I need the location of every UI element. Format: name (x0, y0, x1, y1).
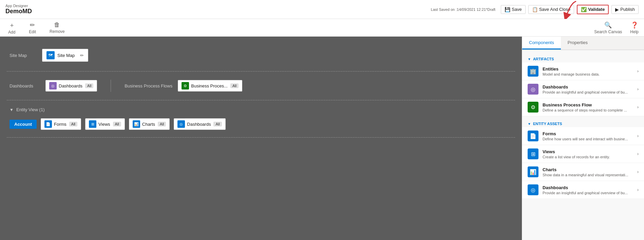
right-panel: Components Properties ▼ ARTIFACTS 🏢 Enti… (522, 37, 644, 240)
entities-text: Entities Model and manage business data. (543, 66, 633, 76)
entities-chevron: › (637, 69, 639, 74)
section-divider-2 (7, 100, 515, 100)
panel-forms-text: Forms Define how users will see and inte… (543, 131, 633, 141)
entities-icon: 🏢 (528, 66, 538, 77)
entity-assets-section: ▼ ENTITY ASSETS (522, 119, 644, 127)
help-icon: ❓ (631, 21, 638, 29)
entity-assets-collapse-icon[interactable]: ▼ (528, 122, 531, 126)
canvas-area: Site Map 🗺 Site Map ✏ Dashboards ◎ Dashb… (0, 37, 522, 240)
panel-forms-chevron: › (637, 134, 639, 138)
account-button[interactable]: Account (10, 120, 37, 129)
site-map-row: Site Map 🗺 Site Map ✏ (7, 43, 515, 67)
add-button[interactable]: ＋ Add (5, 20, 18, 36)
panel-bpf-text: Business Process Flow Define a sequence … (543, 102, 633, 112)
panel-bpf-chevron: › (637, 105, 639, 109)
charts-box[interactable]: 📊 Charts All (129, 118, 170, 130)
entity-dashboards-box[interactable]: ◎ Dashboards All (174, 118, 225, 130)
views-icon: ⊞ (89, 120, 96, 128)
save-close-button[interactable]: 📋 Save And Close (528, 5, 574, 14)
search-canvas-button[interactable]: 🔍 Search Canvas (594, 21, 622, 34)
publish-icon: ▶ (615, 7, 619, 12)
panel-views-text: Views Create a list view of records for … (543, 149, 633, 159)
main-layout: Site Map 🗺 Site Map ✏ Dashboards ◎ Dashb… (0, 37, 644, 240)
save-button[interactable]: 💾 Save (501, 5, 526, 14)
app-title: DemoMD (5, 8, 32, 15)
panel-dashboards-text: Dashboards Provide an insightful and gra… (543, 84, 633, 94)
views-box[interactable]: ⊞ Views All (85, 118, 125, 130)
panel-bpf-item[interactable]: ⚙ Business Process Flow Define a sequenc… (522, 98, 644, 116)
site-map-icon: 🗺 (46, 51, 55, 59)
panel-dashboards-icon: ◎ (528, 84, 538, 95)
last-saved-text: Last Saved on :14/09/2021 12:21*Draft (431, 7, 495, 12)
tab-properties[interactable]: Properties (561, 37, 594, 49)
section-divider-3 (7, 137, 515, 138)
dashboards-all-badge: All (85, 83, 93, 88)
views-all-badge: All (113, 122, 121, 126)
validate-button[interactable]: ✅ Validate (577, 5, 609, 14)
section-divider-1 (7, 71, 515, 72)
dashboards-row: Dashboards ◎ Dashboards All Business Pro… (7, 76, 515, 96)
dashboards-icon: ◎ (49, 82, 57, 89)
search-icon: 🔍 (604, 21, 612, 29)
panel-asset-dashboards-icon: ◎ (528, 184, 538, 195)
bpf-icon: ⚙ (182, 82, 189, 89)
publish-button[interactable]: ▶ Publish (611, 5, 639, 14)
edit-icon: ✏ (30, 21, 35, 29)
dashboards-label: Dashboards (10, 83, 40, 88)
forms-box[interactable]: 📄 Forms All (41, 118, 81, 130)
app-designer-label: App Designer (5, 4, 32, 8)
validate-icon: ✅ (581, 7, 587, 12)
panel-forms-item[interactable]: 📄 Forms Define how users will see and in… (522, 127, 644, 145)
panel-charts-item[interactable]: 📊 Charts Show data in a meaningful and v… (522, 163, 644, 181)
charts-all-badge: All (158, 122, 166, 126)
panel-charts-icon: 📊 (528, 166, 538, 177)
top-header: App Designer DemoMD Last Saved on :14/09… (0, 0, 644, 19)
collapse-icon[interactable]: ▼ (10, 107, 14, 112)
entity-row: Account 📄 Forms All ⊞ Views All 📊 Charts (7, 115, 515, 133)
entities-item[interactable]: 🏢 Entities Model and manage business dat… (522, 62, 644, 80)
artifacts-section: ▼ ARTIFACTS (522, 54, 644, 62)
bpf-section-label: Business Process Flows (125, 83, 172, 88)
remove-icon: 🗑 (54, 21, 60, 28)
site-map-edit-icon[interactable]: ✏ (80, 53, 84, 58)
panel-asset-dashboards-chevron: › (637, 187, 639, 192)
panel-charts-text: Charts Show data in a meaningful and vis… (543, 167, 633, 177)
panel-bpf-icon: ⚙ (528, 102, 538, 113)
add-icon: ＋ (9, 21, 15, 29)
site-map-box[interactable]: 🗺 Site Map ✏ (42, 49, 88, 62)
panel-views-item[interactable]: ⊞ Views Create a list view of records fo… (522, 145, 644, 163)
panel-views-icon: ⊞ (528, 148, 538, 159)
save-icon: 💾 (505, 7, 510, 12)
forms-all-badge: All (69, 122, 77, 126)
canvas-scroll: Site Map 🗺 Site Map ✏ Dashboards ◎ Dashb… (0, 37, 522, 240)
panel-views-chevron: › (637, 152, 639, 156)
toolbar-left: ＋ Add ✏ Edit 🗑 Remove (5, 20, 68, 36)
app-branding: App Designer DemoMD (5, 4, 32, 15)
help-button[interactable]: ❓ Help (630, 21, 639, 34)
header-actions: Last Saved on :14/09/2021 12:21*Draft 💾 … (431, 5, 639, 14)
entity-view-header: ▼ Entity View (1) (7, 104, 515, 115)
right-panel-content: ▼ ARTIFACTS 🏢 Entities Model and manage … (522, 50, 644, 240)
forms-icon: 📄 (44, 120, 52, 128)
edit-button[interactable]: ✏ Edit (26, 20, 39, 36)
toolbar-right: 🔍 Search Canvas ❓ Help (594, 21, 639, 34)
tab-components[interactable]: Components (522, 37, 561, 49)
artifacts-collapse-icon[interactable]: ▼ (528, 57, 531, 61)
toolbar: ＋ Add ✏ Edit 🗑 Remove 🔍 Search Canvas ❓ … (0, 19, 644, 37)
entity-dashboards-icon: ◎ (177, 120, 185, 128)
panel-forms-icon: 📄 (528, 131, 538, 141)
vertical-divider (111, 80, 111, 92)
bpf-box[interactable]: ⚙ Business Proces... All (178, 80, 242, 92)
panel-asset-dashboards-text: Dashboards Provide an insightful and gra… (543, 185, 633, 195)
dashboards-box[interactable]: ◎ Dashboards All (45, 80, 97, 92)
right-panel-tabs: Components Properties (522, 37, 644, 50)
save-close-icon: 📋 (532, 7, 538, 12)
site-map-section-label: Site Map (10, 53, 37, 58)
panel-asset-dashboards-item[interactable]: ◎ Dashboards Provide an insightful and g… (522, 181, 644, 199)
panel-dashboards-item[interactable]: ◎ Dashboards Provide an insightful and g… (522, 80, 644, 98)
entity-dashboards-all-badge: All (213, 122, 222, 126)
charts-icon: 📊 (133, 120, 140, 128)
bpf-all-badge: All (230, 83, 239, 88)
panel-charts-chevron: › (637, 169, 639, 174)
remove-button[interactable]: 🗑 Remove (47, 20, 68, 35)
